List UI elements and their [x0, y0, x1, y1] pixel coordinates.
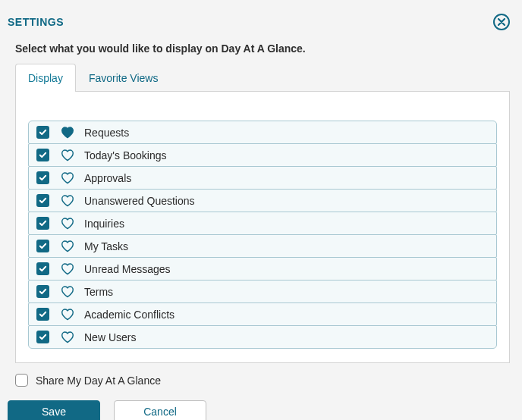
share-label: Share My Day At A Glance [36, 375, 161, 387]
close-icon [498, 18, 505, 26]
heart-outline-icon[interactable] [60, 284, 75, 299]
tab-favorite-views[interactable]: Favorite Views [76, 64, 171, 92]
tab-display[interactable]: Display [15, 64, 76, 92]
heart-outline-icon[interactable] [60, 216, 75, 231]
tabs: DisplayFavorite Views [15, 64, 510, 92]
heart-filled-icon[interactable] [60, 125, 75, 140]
item-label: Today's Bookings [84, 149, 167, 161]
modal-title: SETTINGS [8, 16, 64, 28]
modal-subtitle: Select what you would like to display on… [15, 42, 510, 55]
list-item[interactable]: Inquiries [28, 212, 497, 235]
item-checkbox[interactable] [36, 285, 49, 298]
heart-outline-icon[interactable] [60, 148, 75, 163]
item-label: Approvals [84, 172, 131, 184]
item-label: Inquiries [84, 218, 124, 230]
item-checkbox[interactable] [36, 126, 49, 139]
heart-outline-icon[interactable] [60, 330, 75, 345]
footer: Save Cancel [8, 400, 510, 420]
list-item[interactable]: Approvals [28, 166, 497, 190]
list-item[interactable]: My Tasks [28, 234, 497, 258]
item-checkbox[interactable] [36, 217, 49, 230]
list-item[interactable]: Today's Bookings [28, 143, 497, 167]
cancel-button[interactable]: Cancel [114, 400, 206, 420]
heart-outline-icon[interactable] [60, 239, 75, 254]
display-list: RequestsToday's BookingsApprovalsUnanswe… [28, 121, 497, 349]
heart-outline-icon[interactable] [60, 262, 75, 277]
close-button[interactable] [493, 14, 510, 30]
item-label: Unread Messages [84, 263, 171, 275]
heart-outline-icon[interactable] [60, 193, 75, 208]
settings-modal: SETTINGS Select what you would like to d… [0, 0, 522, 420]
item-checkbox[interactable] [36, 331, 49, 343]
item-label: Unanswered Questions [84, 195, 195, 207]
list-item[interactable]: Terms [28, 280, 497, 303]
item-label: My Tasks [84, 240, 128, 252]
list-item[interactable]: Unanswered Questions [28, 189, 497, 212]
share-row: Share My Day At A Glance [15, 374, 510, 387]
item-checkbox[interactable] [36, 240, 49, 252]
heart-outline-icon[interactable] [60, 307, 75, 322]
list-item[interactable]: New Users [28, 325, 497, 349]
display-panel: RequestsToday's BookingsApprovalsUnanswe… [15, 92, 510, 363]
item-checkbox[interactable] [36, 149, 49, 161]
save-button[interactable]: Save [8, 400, 100, 420]
item-checkbox[interactable] [36, 308, 49, 321]
modal-header: SETTINGS [8, 14, 510, 30]
share-checkbox[interactable] [15, 374, 28, 387]
heart-outline-icon[interactable] [60, 171, 75, 186]
item-checkbox[interactable] [36, 262, 49, 275]
item-label: New Users [84, 331, 136, 343]
item-label: Terms [84, 286, 113, 298]
list-item[interactable]: Unread Messages [28, 257, 497, 281]
item-label: Requests [84, 127, 129, 139]
item-checkbox[interactable] [36, 171, 49, 184]
item-label: Academic Conflicts [84, 309, 175, 321]
list-item[interactable]: Academic Conflicts [28, 302, 497, 326]
list-item[interactable]: Requests [28, 121, 497, 144]
item-checkbox[interactable] [36, 194, 49, 207]
